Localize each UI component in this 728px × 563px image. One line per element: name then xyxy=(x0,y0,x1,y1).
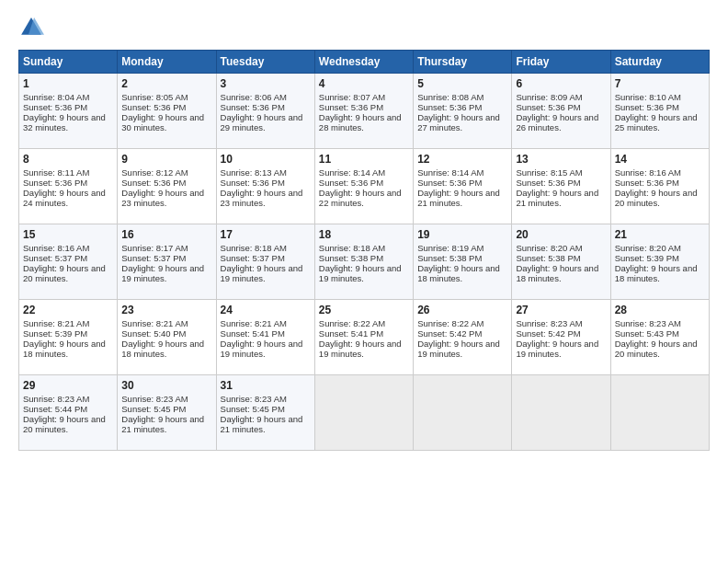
logo-icon xyxy=(18,15,44,40)
daylight-label: Daylight: 9 hours and 18 minutes. xyxy=(615,263,698,283)
sunset-label: Sunset: 5:42 PM xyxy=(516,328,580,339)
calendar-cell: 8Sunrise: 8:11 AMSunset: 5:36 PMDaylight… xyxy=(19,149,118,224)
sunrise-label: Sunrise: 8:16 AM xyxy=(615,167,681,178)
sunset-label: Sunset: 5:36 PM xyxy=(121,102,186,112)
sunset-label: Sunset: 5:36 PM xyxy=(417,178,482,188)
day-number: 16 xyxy=(121,228,211,241)
sunrise-label: Sunrise: 8:23 AM xyxy=(121,394,188,404)
calendar-cell xyxy=(512,375,610,451)
sunset-label: Sunset: 5:36 PM xyxy=(615,178,679,188)
logo xyxy=(18,15,48,40)
sunrise-label: Sunrise: 8:15 AM xyxy=(516,167,582,178)
calendar-cell: 6Sunrise: 8:09 AMSunset: 5:36 PMDaylight… xyxy=(512,74,610,149)
calendar-week-row: 29Sunrise: 8:23 AMSunset: 5:44 PMDayligh… xyxy=(19,375,710,451)
day-number: 28 xyxy=(615,304,705,316)
calendar-weekday-header: Wednesday xyxy=(314,51,413,74)
sunset-label: Sunset: 5:36 PM xyxy=(221,178,285,188)
day-number: 7 xyxy=(615,77,705,90)
sunset-label: Sunset: 5:41 PM xyxy=(319,328,383,339)
sunrise-label: Sunrise: 8:21 AM xyxy=(23,318,89,328)
day-number: 1 xyxy=(23,77,113,90)
sunset-label: Sunset: 5:36 PM xyxy=(417,102,482,112)
calendar-weekday-header: Saturday xyxy=(610,51,709,74)
sunrise-label: Sunrise: 8:19 AM xyxy=(417,243,483,253)
sunrise-label: Sunrise: 8:17 AM xyxy=(121,243,188,253)
sunrise-label: Sunrise: 8:11 AM xyxy=(23,167,89,178)
calendar-cell: 4Sunrise: 8:07 AMSunset: 5:36 PMDaylight… xyxy=(314,74,413,149)
daylight-label: Daylight: 9 hours and 29 minutes. xyxy=(221,112,303,132)
daylight-label: Daylight: 9 hours and 18 minutes. xyxy=(516,263,598,283)
day-number: 21 xyxy=(615,228,705,241)
daylight-label: Daylight: 9 hours and 21 minutes. xyxy=(417,188,500,208)
sunset-label: Sunset: 5:45 PM xyxy=(121,404,186,414)
header xyxy=(18,15,710,40)
calendar-cell: 9Sunrise: 8:12 AMSunset: 5:36 PMDaylight… xyxy=(118,149,216,224)
sunrise-label: Sunrise: 8:20 AM xyxy=(615,243,681,253)
day-number: 12 xyxy=(417,153,507,166)
calendar-cell xyxy=(414,375,512,451)
daylight-label: Daylight: 9 hours and 28 minutes. xyxy=(319,112,402,132)
day-number: 14 xyxy=(615,153,705,166)
daylight-label: Daylight: 9 hours and 19 minutes. xyxy=(221,339,303,359)
day-number: 17 xyxy=(221,228,311,241)
sunset-label: Sunset: 5:36 PM xyxy=(221,102,285,112)
day-number: 6 xyxy=(516,77,606,90)
sunrise-label: Sunrise: 8:04 AM xyxy=(23,92,89,102)
sunrise-label: Sunrise: 8:14 AM xyxy=(417,167,483,178)
sunrise-label: Sunrise: 8:23 AM xyxy=(516,318,582,328)
calendar-header-row: SundayMondayTuesdayWednesdayThursdayFrid… xyxy=(19,51,710,74)
day-number: 19 xyxy=(417,228,507,241)
page: SundayMondayTuesdayWednesdayThursdayFrid… xyxy=(0,0,728,563)
sunset-label: Sunset: 5:42 PM xyxy=(417,328,482,339)
sunrise-label: Sunrise: 8:06 AM xyxy=(221,92,287,102)
sunset-label: Sunset: 5:40 PM xyxy=(121,328,186,339)
day-number: 27 xyxy=(516,304,606,316)
daylight-label: Daylight: 9 hours and 23 minutes. xyxy=(221,188,303,208)
day-number: 8 xyxy=(23,153,113,166)
sunset-label: Sunset: 5:36 PM xyxy=(319,102,383,112)
sunrise-label: Sunrise: 8:21 AM xyxy=(121,318,188,328)
sunset-label: Sunset: 5:43 PM xyxy=(615,328,679,339)
calendar-cell: 30Sunrise: 8:23 AMSunset: 5:45 PMDayligh… xyxy=(118,375,216,451)
calendar-cell: 7Sunrise: 8:10 AMSunset: 5:36 PMDaylight… xyxy=(610,74,709,149)
calendar-week-row: 15Sunrise: 8:16 AMSunset: 5:37 PMDayligh… xyxy=(19,224,710,300)
sunrise-label: Sunrise: 8:21 AM xyxy=(221,318,287,328)
day-number: 18 xyxy=(319,228,409,241)
calendar-cell: 19Sunrise: 8:19 AMSunset: 5:38 PMDayligh… xyxy=(414,224,512,300)
calendar-week-row: 1Sunrise: 8:04 AMSunset: 5:36 PMDaylight… xyxy=(19,74,710,149)
daylight-label: Daylight: 9 hours and 20 minutes. xyxy=(615,339,698,359)
day-number: 11 xyxy=(319,153,409,166)
sunset-label: Sunset: 5:37 PM xyxy=(221,253,285,263)
sunrise-label: Sunrise: 8:23 AM xyxy=(221,394,287,404)
day-number: 22 xyxy=(23,304,113,316)
calendar-cell: 5Sunrise: 8:08 AMSunset: 5:36 PMDaylight… xyxy=(414,74,512,149)
day-number: 13 xyxy=(516,153,606,166)
sunset-label: Sunset: 5:36 PM xyxy=(615,102,679,112)
sunrise-label: Sunrise: 8:18 AM xyxy=(319,243,385,253)
sunset-label: Sunset: 5:38 PM xyxy=(319,253,383,263)
calendar-cell: 16Sunrise: 8:17 AMSunset: 5:37 PMDayligh… xyxy=(118,224,216,300)
calendar-week-row: 8Sunrise: 8:11 AMSunset: 5:36 PMDaylight… xyxy=(19,149,710,224)
sunset-label: Sunset: 5:44 PM xyxy=(23,404,87,414)
calendar-cell: 21Sunrise: 8:20 AMSunset: 5:39 PMDayligh… xyxy=(610,224,709,300)
calendar-week-row: 22Sunrise: 8:21 AMSunset: 5:39 PMDayligh… xyxy=(19,300,710,375)
sunrise-label: Sunrise: 8:08 AM xyxy=(417,92,483,102)
calendar-cell: 27Sunrise: 8:23 AMSunset: 5:42 PMDayligh… xyxy=(512,300,610,375)
daylight-label: Daylight: 9 hours and 20 minutes. xyxy=(23,263,106,283)
sunset-label: Sunset: 5:36 PM xyxy=(516,178,580,188)
sunrise-label: Sunrise: 8:07 AM xyxy=(319,92,385,102)
daylight-label: Daylight: 9 hours and 19 minutes. xyxy=(319,263,402,283)
day-number: 3 xyxy=(221,77,311,90)
sunrise-label: Sunrise: 8:10 AM xyxy=(615,92,681,102)
sunset-label: Sunset: 5:37 PM xyxy=(121,253,186,263)
calendar-cell: 23Sunrise: 8:21 AMSunset: 5:40 PMDayligh… xyxy=(118,300,216,375)
sunset-label: Sunset: 5:36 PM xyxy=(319,178,383,188)
daylight-label: Daylight: 9 hours and 21 minutes. xyxy=(221,414,303,434)
daylight-label: Daylight: 9 hours and 23 minutes. xyxy=(121,188,204,208)
daylight-label: Daylight: 9 hours and 19 minutes. xyxy=(221,263,303,283)
day-number: 26 xyxy=(417,304,507,316)
day-number: 2 xyxy=(121,77,211,90)
daylight-label: Daylight: 9 hours and 27 minutes. xyxy=(417,112,500,132)
calendar-weekday-header: Sunday xyxy=(19,51,118,74)
sunrise-label: Sunrise: 8:22 AM xyxy=(417,318,483,328)
